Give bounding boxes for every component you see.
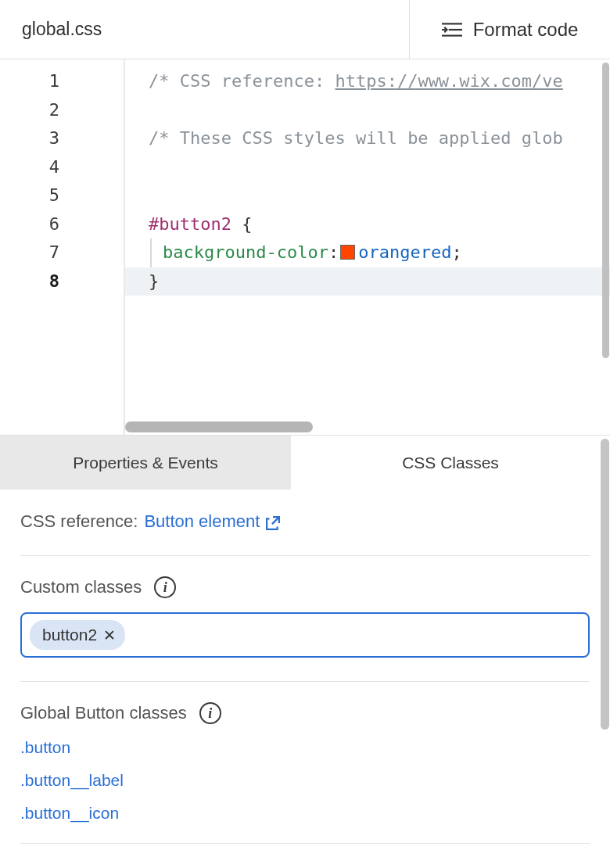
editor-vertical-scrollbar[interactable]: [602, 63, 609, 358]
code-line: [149, 96, 610, 125]
global-classes-header: Global Button classes i: [20, 702, 590, 724]
panel-body: CSS reference: Button element Custom cla…: [0, 490, 610, 844]
css-reference-label: CSS reference:: [20, 511, 138, 532]
global-classes-label: Global Button classes: [20, 703, 187, 723]
line-number: 2: [0, 96, 125, 125]
custom-classes-input[interactable]: button2 ✕: [20, 612, 590, 658]
comment-text: /* These CSS styles will be applied glob: [149, 128, 563, 148]
editor-header: global.css Format code: [0, 0, 610, 59]
line-number: 7: [0, 239, 125, 267]
filename-tab[interactable]: global.css: [0, 0, 410, 59]
panel-tabs: Properties & Events CSS Classes: [0, 436, 610, 490]
global-class-item[interactable]: .button__icon: [20, 804, 590, 823]
line-gutter: 1 2 3 4 5 6 7 8: [0, 59, 125, 435]
brace: }: [149, 271, 159, 291]
filename-label: global.css: [22, 19, 102, 40]
format-code-icon: [442, 20, 462, 40]
line-number: 4: [0, 153, 125, 182]
line-number: 5: [0, 181, 125, 210]
line-number: 8: [0, 267, 125, 296]
chip-remove-icon[interactable]: ✕: [103, 626, 116, 644]
code-line: /* These CSS styles will be applied glob: [149, 124, 610, 153]
external-link-icon: [266, 515, 280, 529]
code-line: /* CSS reference: https://www.wix.com/ve: [149, 67, 610, 96]
line-number: 3: [0, 124, 125, 153]
custom-classes-label: Custom classes: [20, 577, 142, 597]
css-reference-row: CSS reference: Button element: [20, 511, 590, 532]
code-line: }: [125, 267, 610, 296]
chip-label: button2: [42, 626, 97, 644]
bottom-panel: Properties & Events CSS Classes CSS refe…: [0, 435, 610, 844]
code-editor[interactable]: 1 2 3 4 5 6 7 8 /* CSS reference: https:…: [0, 59, 610, 435]
class-chip: button2 ✕: [30, 620, 125, 650]
svg-line-3: [272, 517, 279, 524]
line-number: 6: [0, 210, 125, 239]
css-value: orangered: [358, 242, 451, 262]
editor-horizontal-scrollbar[interactable]: [125, 421, 313, 432]
custom-classes-header: Custom classes i: [20, 576, 590, 598]
divider: [20, 555, 590, 556]
code-line: #button2 {: [149, 210, 610, 239]
tab-label: CSS Classes: [402, 454, 499, 472]
css-reference-link[interactable]: Button element: [144, 511, 280, 532]
comment-link[interactable]: https://www.wix.com/ve: [335, 71, 562, 91]
code-line: [149, 153, 610, 182]
tab-css-classes[interactable]: CSS Classes: [291, 436, 610, 490]
format-code-button[interactable]: Format code: [410, 0, 610, 59]
semicolon: ;: [451, 242, 461, 262]
indent-guide: [150, 239, 152, 267]
divider: [20, 843, 590, 844]
css-property: background-color: [163, 242, 328, 262]
panel-vertical-scrollbar[interactable]: [601, 439, 609, 730]
brace: {: [231, 214, 253, 234]
code-line: background-color:orangered;: [149, 239, 610, 267]
info-icon[interactable]: i: [154, 576, 176, 598]
comment-text: /* CSS reference:: [149, 71, 335, 91]
css-selector: #button2: [149, 214, 231, 234]
tab-properties-events[interactable]: Properties & Events: [0, 436, 291, 490]
color-swatch[interactable]: [340, 245, 355, 260]
code-area[interactable]: /* CSS reference: https://www.wix.com/ve…: [125, 59, 610, 435]
divider: [20, 681, 590, 682]
css-reference-link-text: Button element: [144, 511, 260, 532]
line-number: 1: [0, 67, 125, 96]
global-class-item[interactable]: .button: [20, 738, 590, 757]
info-icon[interactable]: i: [199, 702, 221, 724]
format-code-label: Format code: [473, 19, 579, 41]
code-line: [149, 181, 610, 210]
tab-label: Properties & Events: [73, 454, 218, 472]
global-class-item[interactable]: .button__label: [20, 771, 590, 790]
colon: :: [328, 242, 339, 262]
global-classes-list: .button .button__label .button__icon: [20, 738, 590, 823]
